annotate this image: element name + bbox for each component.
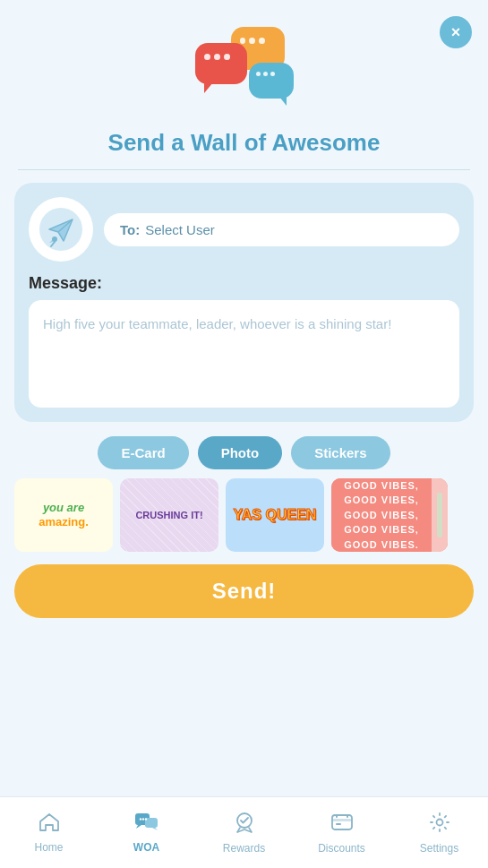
svg-rect-13 <box>347 814 348 818</box>
message-placeholder-text: High five your teammate, leader, whoever… <box>43 316 391 331</box>
nav-rewards[interactable]: Rewards <box>195 812 293 855</box>
sticker-row: you are amazing. CRUSHING IT! YAS QUEEN … <box>14 478 474 552</box>
nav-woa-label: WOA <box>133 841 159 854</box>
svg-rect-10 <box>332 819 352 821</box>
woa-icon <box>134 812 159 838</box>
bubble-blue <box>249 63 294 99</box>
sticker-4[interactable]: GOOD VIBES, GOOD VIBES, GOOD VIBES, GOOD… <box>331 478 448 552</box>
nav-settings-label: Settings <box>420 842 458 855</box>
compose-card: To: Select User Message: High five your … <box>14 183 474 422</box>
svg-point-7 <box>144 818 146 820</box>
ecard-tab[interactable]: E-Card <box>98 436 188 469</box>
paper-plane-icon <box>39 207 83 252</box>
send-button-label: Send! <box>212 579 277 603</box>
nav-settings[interactable]: Settings <box>390 812 488 855</box>
bubble-red <box>195 43 247 84</box>
svg-rect-12 <box>336 814 338 818</box>
nav-woa[interactable]: WOA <box>98 812 195 854</box>
settings-icon <box>429 812 450 838</box>
close-button[interactable]: × <box>440 16 472 48</box>
message-input[interactable]: High five your teammate, leader, whoever… <box>29 300 459 408</box>
to-row: To: Select User <box>29 197 459 262</box>
send-button[interactable]: Send! <box>14 564 474 618</box>
chat-bubbles-icon <box>195 27 294 116</box>
svg-rect-9 <box>332 815 352 829</box>
message-label: Message: <box>29 274 459 293</box>
sticker-2[interactable]: CRUSHING IT! <box>120 478 218 552</box>
avatar <box>29 197 93 262</box>
svg-point-5 <box>139 818 141 820</box>
close-icon: × <box>451 24 461 40</box>
to-user-value: Select User <box>145 222 215 237</box>
nav-home[interactable]: Home <box>0 812 98 854</box>
sticker-1[interactable]: you are amazing. <box>14 478 113 552</box>
sticker-2-text: CRUSHING IT! <box>132 506 206 524</box>
nav-discounts[interactable]: Discounts <box>293 812 390 855</box>
bottom-nav: Home WOA Rewards <box>0 796 488 868</box>
page-title: Send a Wall of Awesome <box>0 129 488 157</box>
svg-point-6 <box>141 818 143 820</box>
sticker-3-text: YAS QUEEN <box>234 507 317 523</box>
to-label: To: <box>120 222 140 237</box>
to-user-field[interactable]: To: Select User <box>104 213 459 246</box>
nav-home-label: Home <box>34 841 63 854</box>
nav-rewards-label: Rewards <box>223 842 265 855</box>
discounts-icon <box>330 812 354 838</box>
title-divider <box>18 169 470 170</box>
media-tabs: E-Card Photo Stickers <box>14 436 474 469</box>
sticker-1-text: you are amazing. <box>33 495 94 534</box>
home-icon <box>39 812 60 838</box>
svg-point-14 <box>436 819 442 825</box>
rewards-icon <box>233 812 256 838</box>
svg-rect-11 <box>336 823 341 825</box>
hero-icon-area <box>0 0 488 116</box>
sticker-4-text: GOOD VIBES, GOOD VIBES, GOOD VIBES, GOOD… <box>344 478 419 552</box>
stickers-tab[interactable]: Stickers <box>291 436 390 469</box>
nav-discounts-label: Discounts <box>318 842 365 855</box>
sticker-3[interactable]: YAS QUEEN <box>226 478 324 552</box>
photo-tab[interactable]: Photo <box>198 436 283 469</box>
